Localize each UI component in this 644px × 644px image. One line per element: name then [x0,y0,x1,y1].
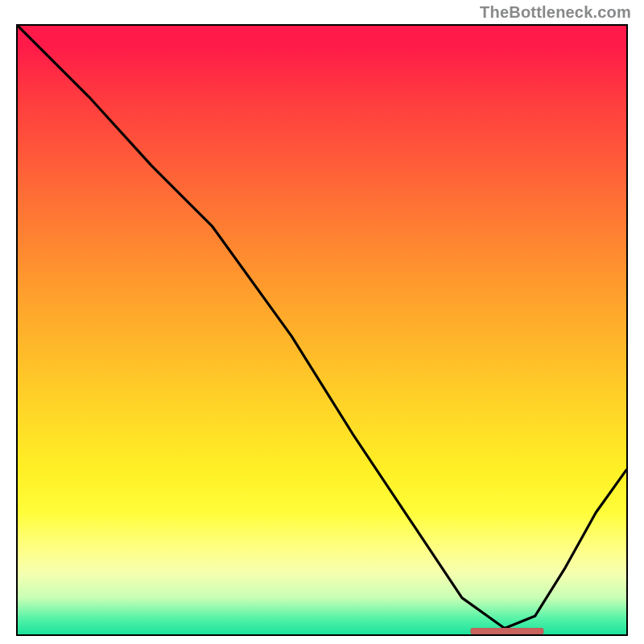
chart-plot-area [16,24,628,636]
bottleneck-curve [18,26,626,634]
optimal-marker [470,628,543,634]
watermark-text: TheBottleneck.com [480,3,631,22]
